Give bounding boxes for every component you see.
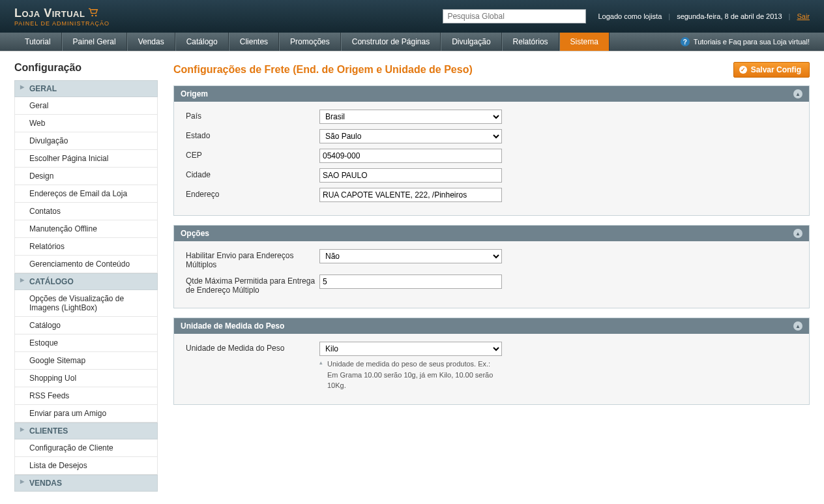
panel-weight-unit: Unidade de Medida do Peso ▲ Unidade de M…	[173, 318, 810, 405]
sidebar-item[interactable]: Gerenciamento de Conteúdo	[14, 256, 158, 273]
sidebar-group-catálogo[interactable]: CATÁLOGO	[14, 273, 158, 290]
nav-item-divulga-o[interactable]: Divulgação	[441, 33, 501, 51]
multiship-label: Habilitar Envio para Endereços Múltiplos	[186, 249, 319, 269]
sidebar-item[interactable]: Shopping Uol	[14, 370, 158, 387]
nav-item-promo-es[interactable]: Promoções	[279, 33, 341, 51]
nav-item-vendas[interactable]: Vendas	[127, 33, 175, 51]
sidebar-item[interactable]: Catálogo	[14, 317, 158, 334]
city-label: Cidade	[186, 168, 319, 179]
sidebar-item[interactable]: Relatórios	[14, 238, 158, 256]
sidebar-group-vendas[interactable]: VENDAS	[14, 475, 158, 492]
cart-icon	[87, 7, 99, 20]
address-label: Endereço	[186, 188, 319, 199]
panel-options: Opções ▲ Habilitar Envio para Endereços …	[173, 225, 810, 308]
sidebar-item[interactable]: Enviar para um Amigo	[14, 405, 158, 422]
top-header: Loja Virtual Painel de Administração Log…	[0, 0, 824, 33]
sidebar-item[interactable]: Opções de Visualização de Imagens (Light…	[14, 290, 158, 317]
sidebar-item[interactable]: Configuração de Cliente	[14, 439, 158, 457]
sidebar-item[interactable]: Manutenção Offline	[14, 220, 158, 238]
sidebar-item[interactable]: Contatos	[14, 203, 158, 220]
nav-item-tutorial[interactable]: Tutorial	[14, 33, 62, 51]
sidebar-item[interactable]: Geral	[14, 97, 158, 115]
city-input[interactable]	[319, 168, 502, 183]
logout-link[interactable]: Sair	[797, 12, 810, 20]
nav-item-cat-logo[interactable]: Catálogo	[175, 33, 229, 51]
cep-label: CEP	[186, 149, 319, 160]
main-content: Configurações de Frete (End. de Origem e…	[173, 62, 810, 492]
save-config-button[interactable]: ✓ Salvar Config	[733, 62, 810, 78]
sidebar-group-geral[interactable]: GERAL	[14, 80, 158, 97]
login-info: Logado como lojista | segunda-feira, 8 d…	[598, 12, 810, 20]
panel-options-header[interactable]: Opções ▲	[174, 226, 809, 241]
sidebar-item[interactable]: Web	[14, 115, 158, 132]
login-as-text: Logado como lojista	[598, 12, 662, 20]
collapse-icon: ▲	[793, 89, 802, 98]
sidebar-item[interactable]: RSS Feeds	[14, 387, 158, 405]
date-text: segunda-feira, 8 de abril de 2013	[677, 12, 782, 20]
sidebar-item[interactable]: Estoque	[14, 334, 158, 352]
svg-point-1	[95, 14, 97, 16]
multiship-select[interactable]: Não	[319, 249, 502, 263]
check-icon: ✓	[739, 66, 747, 74]
panel-origin: Origem ▲ País Brasil Estado São Paulo CE…	[173, 85, 810, 216]
sidebar-item[interactable]: Design	[14, 168, 158, 185]
nav-item-relat-rios[interactable]: Relatórios	[502, 33, 559, 51]
nav-item-painel-geral[interactable]: Painel Geral	[62, 33, 127, 51]
logo-subtitle: Painel de Administração	[14, 20, 110, 27]
country-select[interactable]: Brasil	[319, 110, 502, 124]
collapse-icon: ▲	[793, 229, 802, 238]
weight-unit-select[interactable]: Kilo	[319, 342, 502, 356]
sidebar-item[interactable]: Divulgação	[14, 132, 158, 150]
country-label: País	[186, 110, 319, 121]
weight-unit-label: Unidade de Medida do Peso	[186, 342, 319, 353]
sidebar-item[interactable]: Escolher Página Inicial	[14, 150, 158, 168]
nav-item-sistema[interactable]: Sistema	[559, 33, 610, 51]
main-nav: TutorialPainel GeralVendasCatálogoClient…	[0, 33, 824, 52]
panel-origin-header[interactable]: Origem ▲	[174, 86, 809, 102]
state-label: Estado	[186, 129, 319, 140]
state-select[interactable]: São Paulo	[319, 129, 502, 143]
collapse-icon: ▲	[793, 321, 802, 331]
help-icon: ?	[681, 37, 690, 46]
address-input[interactable]	[319, 188, 502, 202]
config-sidebar: Configuração GERALGeralWebDivulgaçãoEsco…	[14, 62, 158, 492]
help-text: Tutoriais e Faq para sua Loja virtual!	[694, 38, 810, 46]
page-title: Configurações de Frete (End. de Origem e…	[173, 64, 473, 76]
sidebar-title: Configuração	[14, 62, 158, 74]
nav-item-construtor-de-p-ginas[interactable]: Construtor de Páginas	[341, 33, 441, 51]
nav-item-clientes[interactable]: Clientes	[229, 33, 279, 51]
maxqty-label: Qtde Máxima Permitida para Entrega de En…	[186, 274, 319, 295]
svg-point-0	[92, 14, 94, 16]
logo: Loja Virtual Painel de Administração	[14, 7, 110, 27]
sidebar-item[interactable]: Endereços de Email da Loja	[14, 185, 158, 203]
sidebar-item[interactable]: Lista de Desejos	[14, 457, 158, 475]
sidebar-item[interactable]: Google Sitemap	[14, 352, 158, 370]
weight-unit-hint: Unidade de medida do peso de seus produt…	[319, 359, 502, 391]
panel-weight-header[interactable]: Unidade de Medida do Peso ▲	[174, 318, 809, 334]
cep-input[interactable]	[319, 149, 502, 163]
help-link[interactable]: ? Tutoriais e Faq para sua Loja virtual!	[681, 33, 810, 51]
sidebar-group-clientes[interactable]: CLIENTES	[14, 422, 158, 439]
logo-text: Loja Virtual	[14, 7, 85, 20]
maxqty-input[interactable]	[319, 274, 502, 289]
global-search-input[interactable]	[443, 9, 586, 23]
